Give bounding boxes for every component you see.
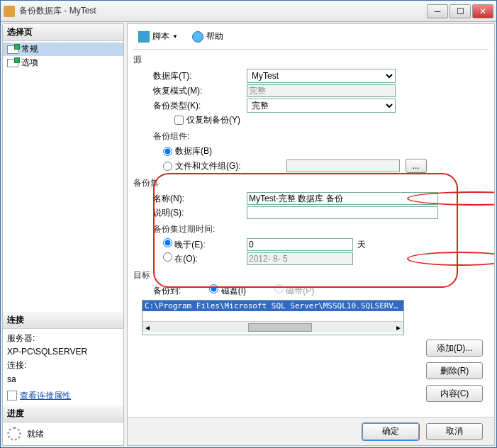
progress-spinner-icon [7, 427, 21, 441]
content-button[interactable]: 内容(C) [426, 385, 483, 402]
copy-only-checkbox[interactable] [174, 116, 184, 125]
radio-expire-at[interactable] [163, 252, 172, 262]
add-button[interactable]: 添加(D)... [426, 340, 483, 357]
maximize-button[interactable]: ☐ [449, 4, 471, 18]
view-connection-props-link[interactable]: 查看连接属性 [20, 389, 71, 403]
progress-status: 就绪 [27, 428, 44, 440]
backup-set-desc-field[interactable] [247, 206, 438, 219]
window-controls: ─ ☐ ✕ [427, 4, 493, 18]
expire-at-date[interactable] [247, 252, 353, 265]
close-button[interactable]: ✕ [472, 4, 493, 18]
help-icon [192, 31, 203, 43]
conn-label: 连接: [7, 359, 119, 372]
bs-name-label: 名称(N): [133, 193, 247, 205]
script-label: 脚本 [152, 30, 169, 43]
window-title: 备份数据库 - MyTest [19, 5, 427, 17]
conn-props-icon [7, 391, 17, 401]
sidebar-pages-title: 选择页 [3, 24, 123, 41]
horizontal-scrollbar[interactable]: ◂▸ [143, 321, 403, 332]
sidebar-item-label: 选项 [21, 57, 38, 69]
help-button[interactable]: 帮助 [187, 28, 228, 45]
remove-button[interactable]: 删除(R) [426, 362, 483, 379]
database-select[interactable]: MyTest [247, 69, 396, 83]
bs-desc-label: 说明(S): [133, 207, 247, 219]
server-label: 服务器: [7, 332, 119, 345]
dialog-footer: 确定 取消 [128, 417, 494, 445]
destination-path[interactable]: C:\Program Files\Microsoft SQL Server\MS… [143, 301, 403, 311]
radio-disk-label: 磁盘(I) [221, 286, 246, 296]
sidebar-conn-title: 连接 [3, 312, 123, 329]
db-label: 数据库(T): [133, 70, 247, 82]
cancel-button[interactable]: 取消 [426, 423, 483, 440]
recovery-mode-field [247, 84, 396, 97]
connection-block: 服务器: XP-PC\SQLSERVER 连接: sa 查看连接属性 [3, 329, 123, 405]
copy-only-label: 仅复制备份(Y) [186, 114, 240, 126]
backup-type-select[interactable]: 完整 [247, 99, 396, 113]
help-label: 帮助 [206, 30, 223, 43]
page-icon [7, 45, 18, 54]
script-icon [138, 31, 150, 43]
expire-at-label: 在(O): [174, 254, 198, 264]
radio-files-groups-label: 文件和文件组(G): [175, 160, 241, 172]
files-groups-browse-button[interactable]: ... [406, 159, 427, 173]
progress-block: 就绪 [3, 422, 123, 445]
script-button[interactable]: 脚本 ▼ [133, 28, 183, 45]
expire-after-label: 晚于(E): [174, 240, 205, 250]
minimize-button[interactable]: ─ [427, 4, 448, 18]
main-panel: 脚本 ▼ 帮助 源 数据库(T): MyTest 恢复模式(M): [127, 23, 495, 446]
backup-to-label: 备份到: [153, 285, 181, 297]
group-source: 源 [133, 54, 488, 66]
radio-tape-label: 磁带(P) [286, 286, 314, 296]
backup-set-name-field[interactable] [247, 192, 438, 205]
conn-value: sa [7, 373, 119, 386]
group-target: 目标 [133, 269, 488, 281]
files-groups-field [286, 159, 400, 172]
radio-files-groups[interactable] [163, 162, 172, 171]
component-label: 备份组件: [133, 130, 488, 142]
ok-button[interactable]: 确定 [362, 423, 419, 440]
group-backupset: 备份集 [133, 177, 488, 189]
toolbar: 脚本 ▼ 帮助 [133, 28, 488, 50]
radio-disk[interactable] [209, 284, 218, 293]
sidebar: 选择页 常规 选项 连接 服务器: XP-PC\SQLSERVER 连接: sa [2, 23, 124, 446]
sidebar-item-options[interactable]: 选项 [3, 56, 123, 69]
radio-database-label: 数据库(B) [175, 145, 212, 157]
sidebar-item-general[interactable]: 常规 [3, 43, 123, 56]
chevron-down-icon: ▼ [172, 33, 178, 40]
sidebar-progress-title: 进度 [3, 405, 123, 422]
type-label: 备份类型(K): [133, 100, 247, 112]
page-icon [7, 59, 18, 67]
radio-database[interactable] [163, 147, 172, 156]
backup-database-dialog: 备份数据库 - MyTest ─ ☐ ✕ 选择页 常规 选项 连接 [0, 0, 497, 448]
radio-tape [274, 284, 284, 293]
titlebar[interactable]: 备份数据库 - MyTest ─ ☐ ✕ [1, 1, 496, 22]
expire-after-value[interactable] [247, 238, 353, 251]
server-value: XP-PC\SQLSERVER [7, 345, 119, 359]
expire-unit: 天 [357, 239, 366, 251]
expire-label: 备份集过期时间: [133, 223, 488, 235]
destination-listbox[interactable]: C:\Program Files\Microsoft SQL Server\MS… [142, 300, 404, 335]
radio-expire-after[interactable] [163, 238, 172, 247]
app-icon [4, 6, 15, 17]
sidebar-pages-list: 常规 选项 [3, 41, 123, 71]
sidebar-item-label: 常规 [21, 43, 38, 55]
recovery-label: 恢复模式(M): [133, 85, 247, 97]
